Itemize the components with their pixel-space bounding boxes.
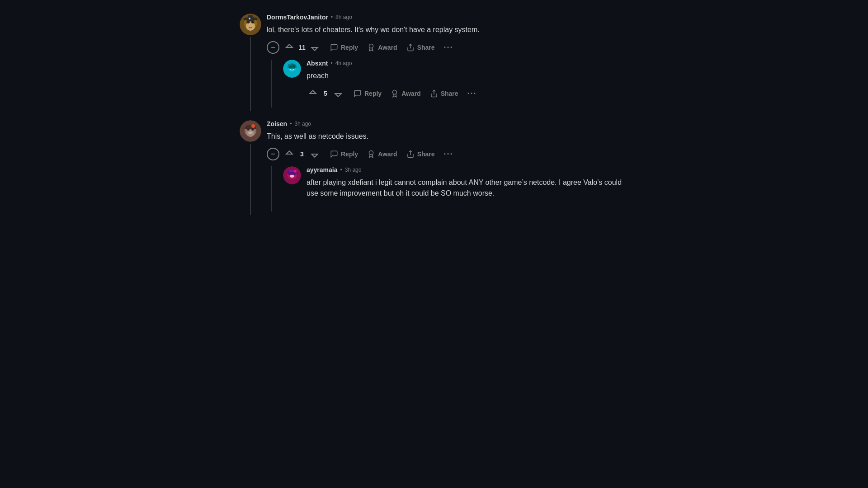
- vote-section-1-1: 5: [307, 87, 344, 100]
- vote-section-1: 11: [283, 41, 321, 54]
- comment-2-1-body: after playing xdefiant i legit cannot co…: [307, 177, 628, 199]
- collapse-2-button[interactable]: −: [267, 148, 279, 160]
- comment-1-1: Absxnt • 4h ago preach: [283, 60, 628, 104]
- nested-1-1-content-wrapper: Absxnt • 4h ago preach: [283, 60, 628, 108]
- svg-point-32: [369, 151, 373, 155]
- thread-line-1: [250, 37, 251, 111]
- comment-1-1-content: Absxnt • 4h ago preach: [307, 60, 628, 104]
- comment-2-1: ayyramaia • 3h ago after playing xdefian…: [283, 166, 628, 208]
- downvote-1-1-button[interactable]: [332, 87, 344, 100]
- vote-count-1-1: 5: [322, 90, 329, 97]
- comment-1-body: lol, there's lots of cheaters. It's why …: [267, 24, 628, 35]
- award-1-button[interactable]: Award: [363, 41, 401, 54]
- svg-point-5: [248, 23, 253, 28]
- comment-1-meta: DormsTarkovJanitor • 8h ago: [267, 14, 628, 21]
- comment-1-1-body: preach: [307, 70, 628, 81]
- comment-1-1-time: 4h ago: [335, 60, 352, 66]
- comment-2-1-left: [283, 166, 301, 208]
- svg-point-40: [290, 175, 294, 178]
- side-line-1-1: [267, 60, 276, 108]
- comment-1-left: [240, 14, 261, 111]
- svg-point-31: [251, 124, 255, 128]
- more-1-1-button[interactable]: ···: [464, 87, 481, 100]
- nested-2-1-content: ayyramaia • 3h ago after playing xdefian…: [283, 166, 628, 211]
- comment-1-1-left: [283, 60, 301, 104]
- thread-line-2: [250, 144, 251, 215]
- reply-2-button[interactable]: Reply: [326, 147, 362, 161]
- comment-2-1-meta: ayyramaia • 3h ago: [307, 166, 628, 174]
- svg-point-6: [247, 21, 249, 23]
- comment-2-meta: Zoisen • 3h ago: [267, 120, 628, 127]
- vertical-line-1-1: [271, 60, 272, 108]
- page-container: DormsTarkovJanitor • 8h ago lol, there's…: [231, 0, 637, 232]
- svg-point-13: [369, 44, 373, 48]
- svg-point-7: [252, 21, 254, 23]
- comment-2-content: Zoisen • 3h ago This, as well as netcode…: [267, 120, 628, 215]
- svg-point-42: [294, 170, 297, 173]
- nested-2-1-wrapper: ayyramaia • 3h ago after playing xdefian…: [267, 166, 628, 211]
- share-2-button[interactable]: Share: [403, 147, 439, 161]
- downvote-1-button[interactable]: [308, 41, 321, 54]
- side-line-2-1: [267, 166, 276, 211]
- comment-2-1-time: 3h ago: [345, 167, 362, 173]
- avatar-ayyramaia: [283, 166, 301, 184]
- comment-2-body: This, as well as netcode issues.: [267, 131, 628, 142]
- share-1-1-button[interactable]: Share: [426, 87, 462, 100]
- svg-point-8: [249, 27, 250, 28]
- upvote-1-1-button[interactable]: [307, 87, 319, 100]
- comment-1-time: 8h ago: [335, 14, 352, 20]
- comment-2: Zoisen • 3h ago This, as well as netcode…: [240, 120, 628, 215]
- upvote-1-button[interactable]: [283, 41, 296, 54]
- collapse-1-button[interactable]: −: [267, 41, 279, 54]
- reply-1-button[interactable]: Reply: [326, 41, 362, 54]
- comment-2-left: [240, 120, 261, 215]
- comment-1-1-meta: Absxnt • 4h ago: [307, 60, 628, 67]
- more-1-button[interactable]: ···: [440, 41, 457, 54]
- award-2-button[interactable]: Award: [363, 147, 401, 161]
- avatar-dorms: [240, 14, 261, 35]
- comment-2-actions: − 3: [267, 147, 628, 161]
- upvote-2-button[interactable]: [283, 148, 296, 160]
- svg-point-20: [288, 64, 291, 66]
- comment-2-1-content: ayyramaia • 3h ago after playing xdefian…: [307, 166, 628, 208]
- share-1-button[interactable]: Share: [403, 41, 439, 54]
- comment-1-actions: − 11: [267, 41, 628, 54]
- vertical-line-2-1: [271, 166, 272, 211]
- avatar-zoisen: [240, 120, 261, 142]
- vote-count-1: 11: [298, 44, 306, 51]
- svg-point-12: [249, 18, 250, 19]
- svg-point-30: [248, 131, 253, 134]
- comment-1-author: DormsTarkovJanitor: [267, 14, 328, 21]
- comment-2-time: 3h ago: [294, 121, 311, 127]
- comment-1-1-actions: 5: [307, 87, 628, 100]
- avatar-absxnt: [283, 60, 301, 78]
- reply-1-1-button[interactable]: Reply: [350, 87, 385, 100]
- vote-section-2: 3: [283, 148, 321, 160]
- comment-1-content: DormsTarkovJanitor • 8h ago lol, there's…: [267, 14, 628, 111]
- comment-1: DormsTarkovJanitor • 8h ago lol, there's…: [240, 14, 628, 111]
- downvote-2-button[interactable]: [308, 148, 321, 160]
- award-1-1-button[interactable]: Award: [387, 87, 425, 100]
- more-2-button[interactable]: ···: [440, 148, 457, 161]
- svg-point-21: [393, 90, 397, 94]
- svg-rect-11: [248, 15, 253, 20]
- comment-1-1-author: Absxnt: [307, 60, 328, 67]
- comment-2-author: Zoisen: [267, 120, 287, 127]
- svg-point-9: [250, 27, 252, 28]
- comment-2-wrapper: Zoisen • 3h ago This, as well as netcode…: [240, 120, 628, 215]
- comment-2-1-author: ayyramaia: [307, 166, 338, 174]
- vote-count-2: 3: [298, 150, 306, 158]
- nested-1-1-wrapper: Absxnt • 4h ago preach: [267, 60, 628, 108]
